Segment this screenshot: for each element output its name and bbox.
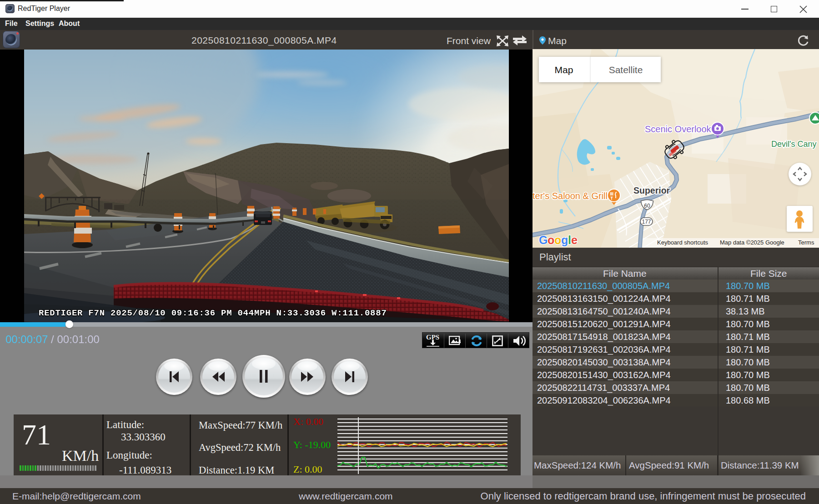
svg-text:60: 60	[644, 203, 650, 209]
svg-text:g: g	[561, 234, 568, 246]
svg-text:Scenic Overlook: Scenic Overlook	[645, 124, 712, 134]
svg-text:177: 177	[642, 219, 651, 225]
svg-text:l: l	[568, 234, 571, 246]
svg-text:o: o	[548, 234, 554, 246]
svg-text:Map data ©2025 Google: Map data ©2025 Google	[720, 239, 784, 246]
svg-text:Terms: Terms	[798, 239, 814, 246]
svg-text:Satellite: Satellite	[609, 65, 643, 75]
svg-text:G: G	[539, 234, 548, 246]
svg-text:Map: Map	[555, 65, 573, 75]
svg-text:o: o	[554, 234, 561, 246]
svg-text:e: e	[571, 234, 578, 246]
svg-text:Superior: Superior	[633, 185, 670, 195]
svg-text:Devil's Cany: Devil's Cany	[771, 140, 816, 149]
svg-text:ter's Saloon & Grill: ter's Saloon & Grill	[533, 191, 608, 201]
svg-text:Keyboard shortcuts: Keyboard shortcuts	[657, 239, 708, 246]
